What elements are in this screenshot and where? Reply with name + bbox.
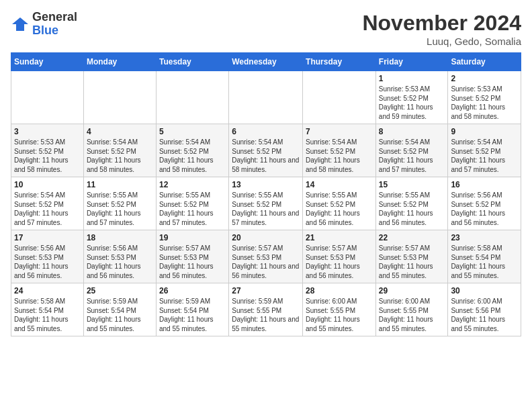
day-number: 22	[379, 233, 445, 242]
calendar-cell: 29Sunrise: 6:00 AMSunset: 5:55 PMDayligh…	[375, 283, 448, 336]
calendar-cell	[303, 71, 376, 124]
day-info: Sunrise: 5:55 AMSunset: 5:52 PMDaylight:…	[232, 191, 300, 227]
day-number: 17	[14, 233, 81, 242]
day-number: 13	[232, 180, 300, 189]
calendar-cell	[156, 71, 228, 124]
calendar-cell	[83, 71, 156, 124]
day-number: 1	[379, 74, 445, 83]
calendar-cell	[11, 71, 84, 124]
day-header-friday: Friday	[375, 53, 448, 71]
day-number: 25	[87, 286, 153, 295]
calendar-cell: 7Sunrise: 5:54 AMSunset: 5:52 PMDaylight…	[303, 124, 376, 177]
day-info: Sunrise: 5:56 AMSunset: 5:52 PMDaylight:…	[451, 191, 518, 227]
day-info: Sunrise: 5:54 AMSunset: 5:52 PMDaylight:…	[14, 191, 81, 227]
calendar-cell: 13Sunrise: 5:55 AMSunset: 5:52 PMDayligh…	[229, 177, 303, 230]
day-info: Sunrise: 5:57 AMSunset: 5:53 PMDaylight:…	[306, 244, 373, 280]
calendar-cell: 28Sunrise: 6:00 AMSunset: 5:55 PMDayligh…	[303, 283, 376, 336]
day-info: Sunrise: 5:54 AMSunset: 5:52 PMDaylight:…	[306, 138, 373, 174]
day-info: Sunrise: 5:53 AMSunset: 5:52 PMDaylight:…	[379, 85, 445, 121]
day-info: Sunrise: 5:59 AMSunset: 5:55 PMDaylight:…	[232, 297, 300, 333]
day-number: 21	[306, 233, 373, 242]
day-number: 9	[451, 127, 518, 136]
day-info: Sunrise: 5:58 AMSunset: 5:54 PMDaylight:…	[14, 297, 81, 333]
calendar-cell: 22Sunrise: 5:57 AMSunset: 5:53 PMDayligh…	[375, 230, 448, 283]
day-info: Sunrise: 5:57 AMSunset: 5:53 PMDaylight:…	[379, 244, 445, 280]
day-info: Sunrise: 5:54 AMSunset: 5:52 PMDaylight:…	[159, 138, 226, 174]
day-info: Sunrise: 5:55 AMSunset: 5:52 PMDaylight:…	[159, 191, 226, 227]
calendar-table: SundayMondayTuesdayWednesdayThursdayFrid…	[11, 52, 521, 336]
logo: General Blue	[11, 11, 77, 38]
day-info: Sunrise: 5:53 AMSunset: 5:52 PMDaylight:…	[14, 138, 81, 174]
day-number: 5	[159, 127, 226, 136]
week-row-3: 10Sunrise: 5:54 AMSunset: 5:52 PMDayligh…	[11, 177, 521, 230]
week-row-4: 17Sunrise: 5:56 AMSunset: 5:53 PMDayligh…	[11, 230, 521, 283]
day-number: 14	[306, 180, 373, 189]
day-number: 10	[14, 180, 81, 189]
day-number: 19	[159, 233, 226, 242]
day-number: 15	[379, 180, 445, 189]
week-row-5: 24Sunrise: 5:58 AMSunset: 5:54 PMDayligh…	[11, 283, 521, 336]
day-number: 27	[232, 286, 300, 295]
page-header: General Blue November 2024 Luuq, Gedo, S…	[11, 11, 521, 47]
title-area: November 2024 Luuq, Gedo, Somalia	[362, 11, 521, 47]
calendar-cell: 5Sunrise: 5:54 AMSunset: 5:52 PMDaylight…	[156, 124, 228, 177]
week-row-1: 1Sunrise: 5:53 AMSunset: 5:52 PMDaylight…	[11, 71, 521, 124]
calendar-cell: 26Sunrise: 5:59 AMSunset: 5:54 PMDayligh…	[156, 283, 228, 336]
calendar-cell: 20Sunrise: 5:57 AMSunset: 5:53 PMDayligh…	[229, 230, 303, 283]
day-info: Sunrise: 5:58 AMSunset: 5:54 PMDaylight:…	[451, 244, 518, 280]
day-number: 16	[451, 180, 518, 189]
svg-marker-0	[12, 17, 28, 31]
day-info: Sunrise: 5:54 AMSunset: 5:52 PMDaylight:…	[87, 138, 153, 174]
calendar-cell: 25Sunrise: 5:59 AMSunset: 5:54 PMDayligh…	[83, 283, 156, 336]
day-number: 8	[379, 127, 445, 136]
calendar-cell: 17Sunrise: 5:56 AMSunset: 5:53 PMDayligh…	[11, 230, 84, 283]
day-number: 26	[159, 286, 226, 295]
calendar-cell: 9Sunrise: 5:54 AMSunset: 5:52 PMDaylight…	[448, 124, 521, 177]
calendar-cell: 11Sunrise: 5:55 AMSunset: 5:52 PMDayligh…	[83, 177, 156, 230]
day-number: 2	[451, 74, 518, 83]
calendar-cell: 14Sunrise: 5:55 AMSunset: 5:52 PMDayligh…	[303, 177, 376, 230]
calendar-cell: 19Sunrise: 5:57 AMSunset: 5:53 PMDayligh…	[156, 230, 228, 283]
month-title: November 2024	[362, 11, 521, 36]
day-number: 20	[232, 233, 300, 242]
day-info: Sunrise: 5:54 AMSunset: 5:52 PMDaylight:…	[232, 138, 300, 174]
calendar-cell: 21Sunrise: 5:57 AMSunset: 5:53 PMDayligh…	[303, 230, 376, 283]
calendar-cell: 12Sunrise: 5:55 AMSunset: 5:52 PMDayligh…	[156, 177, 228, 230]
calendar-cell: 27Sunrise: 5:59 AMSunset: 5:55 PMDayligh…	[229, 283, 303, 336]
day-info: Sunrise: 5:55 AMSunset: 5:52 PMDaylight:…	[87, 191, 153, 227]
day-header-wednesday: Wednesday	[229, 53, 303, 71]
calendar-cell: 18Sunrise: 5:56 AMSunset: 5:53 PMDayligh…	[83, 230, 156, 283]
day-number: 29	[379, 286, 445, 295]
calendar-cell: 10Sunrise: 5:54 AMSunset: 5:52 PMDayligh…	[11, 177, 84, 230]
day-info: Sunrise: 5:56 AMSunset: 5:53 PMDaylight:…	[14, 244, 81, 280]
logo-blue: Blue	[32, 24, 77, 38]
day-info: Sunrise: 5:54 AMSunset: 5:52 PMDaylight:…	[379, 138, 445, 174]
day-info: Sunrise: 6:00 AMSunset: 5:56 PMDaylight:…	[451, 297, 518, 333]
calendar-cell: 1Sunrise: 5:53 AMSunset: 5:52 PMDaylight…	[375, 71, 448, 124]
day-info: Sunrise: 6:00 AMSunset: 5:55 PMDaylight:…	[306, 297, 373, 333]
calendar-cell: 23Sunrise: 5:58 AMSunset: 5:54 PMDayligh…	[448, 230, 521, 283]
day-number: 24	[14, 286, 81, 295]
logo-text: General Blue	[32, 11, 77, 38]
day-number: 23	[451, 233, 518, 242]
day-info: Sunrise: 5:56 AMSunset: 5:53 PMDaylight:…	[87, 244, 153, 280]
day-number: 12	[159, 180, 226, 189]
calendar-cell: 2Sunrise: 5:53 AMSunset: 5:52 PMDaylight…	[448, 71, 521, 124]
day-header-thursday: Thursday	[303, 53, 376, 71]
day-number: 11	[87, 180, 153, 189]
day-number: 6	[232, 127, 300, 136]
day-info: Sunrise: 5:55 AMSunset: 5:52 PMDaylight:…	[306, 191, 373, 227]
calendar-cell: 16Sunrise: 5:56 AMSunset: 5:52 PMDayligh…	[448, 177, 521, 230]
logo-icon	[11, 15, 30, 34]
calendar-cell: 4Sunrise: 5:54 AMSunset: 5:52 PMDaylight…	[83, 124, 156, 177]
calendar-cell: 6Sunrise: 5:54 AMSunset: 5:52 PMDaylight…	[229, 124, 303, 177]
day-number: 4	[87, 127, 153, 136]
day-number: 3	[14, 127, 81, 136]
calendar-cell: 3Sunrise: 5:53 AMSunset: 5:52 PMDaylight…	[11, 124, 84, 177]
day-info: Sunrise: 5:55 AMSunset: 5:52 PMDaylight:…	[379, 191, 445, 227]
day-info: Sunrise: 5:57 AMSunset: 5:53 PMDaylight:…	[232, 244, 300, 280]
calendar-cell: 24Sunrise: 5:58 AMSunset: 5:54 PMDayligh…	[11, 283, 84, 336]
calendar-cell: 8Sunrise: 5:54 AMSunset: 5:52 PMDaylight…	[375, 124, 448, 177]
day-info: Sunrise: 5:59 AMSunset: 5:54 PMDaylight:…	[159, 297, 226, 333]
day-number: 30	[451, 286, 518, 295]
